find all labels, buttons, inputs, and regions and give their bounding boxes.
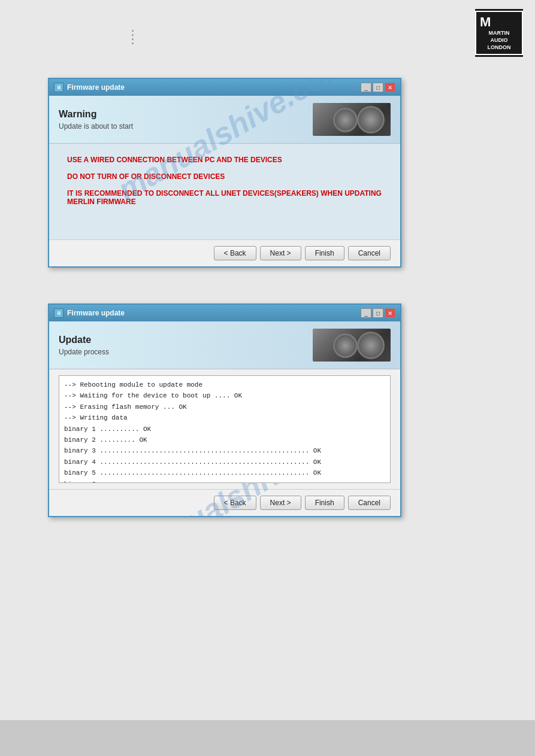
dialog1-controls[interactable]: _ □ ✕	[361, 83, 395, 92]
dialog2-title: Firmware update	[67, 309, 125, 317]
log-line-5: binary 2 ......... OK	[64, 436, 385, 445]
martin-audio-logo: M MARTIN AUDIO LONDON	[475, 9, 523, 57]
logo-line1: MARTIN AUDIO	[489, 30, 510, 43]
dialog2-titlebar: 🖥 Firmware update _ □ ✕	[49, 305, 400, 321]
close-button[interactable]: ✕	[385, 83, 395, 92]
page-footer	[0, 720, 535, 756]
dialog2-back-button[interactable]: < Back	[214, 496, 256, 510]
log-line-6: binary 3 ...............................…	[64, 447, 385, 456]
main-content: manualshive.com 🖥 Firmware update _ □ ✕ …	[0, 66, 535, 565]
dialog1-icon: 🖥	[54, 83, 64, 92]
dialog2-controls[interactable]: _ □ ✕	[361, 308, 395, 318]
dialog1-finish-button[interactable]: Finish	[305, 246, 344, 260]
decorative-dots	[132, 30, 134, 44]
warning-line-1: USE A WIRED CONNECTION BETWEEN PC AND TH…	[67, 156, 382, 164]
warning-line-2: DO NOT TURN OF OR DISCONNECT DEVICES	[67, 172, 382, 181]
dialog2-cancel-button[interactable]: Cancel	[348, 496, 391, 510]
titlebar-left: 🖥 Firmware update	[54, 83, 125, 92]
minimize-button[interactable]: _	[361, 83, 371, 92]
dialog2-header-image	[313, 329, 391, 362]
dialog1-header: Warning Update is about to start	[49, 96, 400, 144]
dialog2-header-title: Update	[59, 335, 313, 345]
dialog2-header-text: Update Update process	[59, 335, 313, 356]
dialog2-footer: < Back Next > Finish Cancel	[49, 489, 400, 516]
warning-line-3: IT IS RECOMMENDED TO DISCONNECT ALL UNET…	[67, 189, 382, 206]
dialog1-footer: < Back Next > Finish Cancel	[49, 239, 400, 266]
log-line-1: --> Waiting for the device to boot up ..…	[64, 391, 385, 400]
dialog2-close-button[interactable]: ✕	[385, 308, 395, 318]
dialog2-header-subtitle: Update process	[59, 348, 313, 356]
dialog2-icon: 🖥	[54, 308, 64, 318]
dialog2-maximize-button[interactable]: □	[373, 308, 383, 318]
dialog1-header-title: Warning	[59, 109, 313, 120]
dialog2-header: Update Update process	[49, 321, 400, 369]
dialog1-cancel-button[interactable]: Cancel	[348, 246, 391, 260]
dialog1-back-button[interactable]: < Back	[214, 246, 256, 260]
log-line-2: --> Erasing flash memory ... OK	[64, 403, 385, 412]
logo-letter: M	[480, 14, 518, 30]
dialog1-titlebar: 🖥 Firmware update _ □ ✕	[49, 79, 400, 96]
firmware-warning-dialog: manualshive.com 🖥 Firmware update _ □ ✕ …	[48, 78, 401, 268]
dialog1-header-image	[313, 103, 391, 136]
log-line-7: binary 4 ...............................…	[64, 458, 385, 467]
dialog1-header-text: Warning Update is about to start	[59, 109, 313, 130]
page-header: M MARTIN AUDIO LONDON	[0, 0, 535, 66]
log-line-8: binary 5 ...............................…	[64, 469, 385, 478]
log-line-3: --> Writing data	[64, 414, 385, 423]
dialog1-next-button[interactable]: Next >	[260, 246, 301, 260]
logo-line2: LONDON	[488, 44, 511, 50]
log-line-9: binary 6 ............................	[64, 480, 385, 483]
dialog2-next-button[interactable]: Next >	[260, 496, 301, 510]
dialog2-minimize-button[interactable]: _	[361, 308, 371, 318]
dialog1-body: USE A WIRED CONNECTION BETWEEN PC AND TH…	[49, 144, 400, 239]
dialog2-titlebar-left: 🖥 Firmware update	[54, 308, 125, 318]
dialog1-header-subtitle: Update is about to start	[59, 122, 313, 130]
log-line-4: binary 1 .......... OK	[64, 425, 385, 434]
dialog1-title: Firmware update	[67, 83, 125, 92]
log-line-0: --> Rebooting module to update mode	[64, 381, 385, 390]
maximize-button[interactable]: □	[373, 83, 383, 92]
dialog2-finish-button[interactable]: Finish	[305, 496, 344, 510]
update-log-area[interactable]: --> Rebooting module to update mode --> …	[59, 375, 391, 483]
firmware-update-dialog: manualshive.com 🖥 Firmware update _ □ ✕ …	[48, 303, 401, 517]
